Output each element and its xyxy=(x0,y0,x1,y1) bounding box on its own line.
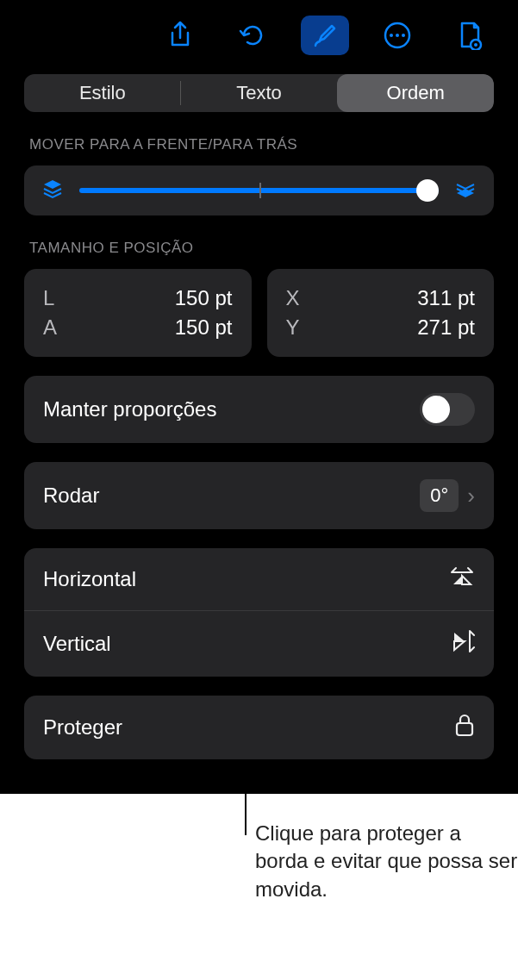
flip-card: Horizontal Vertical xyxy=(24,548,494,677)
chevron-right-icon: › xyxy=(467,483,475,509)
svg-point-1 xyxy=(390,34,393,37)
y-label: Y xyxy=(286,315,300,340)
format-tabs: Estilo Texto Ordem xyxy=(24,74,494,112)
lock-row[interactable]: Proteger xyxy=(24,696,494,759)
more-button[interactable] xyxy=(373,16,421,55)
x-label: X xyxy=(286,286,300,310)
size-position-grid: L150 pt A150 pt X311 pt Y271 pt xyxy=(24,269,494,357)
flip-vertical-label: Vertical xyxy=(43,632,111,656)
format-brush-button[interactable] xyxy=(301,16,349,55)
svg-point-5 xyxy=(474,43,477,47)
flip-horizontal-label: Horizontal xyxy=(43,567,136,591)
flip-horizontal-icon xyxy=(449,565,475,593)
layer-slider[interactable] xyxy=(79,188,439,193)
position-box[interactable]: X311 pt Y271 pt xyxy=(267,269,495,357)
share-button[interactable] xyxy=(156,16,204,55)
undo-button[interactable] xyxy=(228,16,277,55)
layer-section-label: Mover para a frente/para trás xyxy=(29,136,489,153)
aspect-ratio-row: Manter proporções xyxy=(24,376,494,443)
rotate-value: 0° xyxy=(420,479,459,512)
toolbar xyxy=(0,0,518,74)
document-settings-button[interactable] xyxy=(446,16,494,55)
tab-order[interactable]: Ordem xyxy=(337,74,494,112)
svg-point-2 xyxy=(396,34,399,37)
rotate-row[interactable]: Rodar 0° › xyxy=(24,462,494,529)
flip-vertical-icon xyxy=(452,628,475,659)
flip-horizontal-row[interactable]: Horizontal xyxy=(24,548,494,610)
size-box[interactable]: L150 pt A150 pt xyxy=(24,269,252,357)
callout-text: Clique para proteger a borda e evitar qu… xyxy=(255,820,518,903)
sizepos-section-label: Tamanho e posição xyxy=(29,240,489,257)
tab-text[interactable]: Texto xyxy=(181,74,338,112)
callout: Clique para proteger a borda e evitar qu… xyxy=(0,820,518,903)
slider-midpoint-tick xyxy=(259,183,261,198)
y-value: 271 pt xyxy=(417,315,475,340)
height-value: 150 pt xyxy=(175,315,233,340)
aspect-ratio-label: Manter proporções xyxy=(43,397,216,421)
format-panel: Estilo Texto Ordem Mover para a frente/p… xyxy=(0,0,518,794)
height-label: A xyxy=(43,315,57,340)
lock-label: Proteger xyxy=(43,715,122,740)
send-to-back-icon[interactable] xyxy=(41,178,64,203)
svg-rect-6 xyxy=(457,723,472,735)
layer-slider-row xyxy=(24,165,494,215)
width-value: 150 pt xyxy=(175,286,233,310)
callout-leader-line xyxy=(245,763,247,835)
rotate-label: Rodar xyxy=(43,484,99,508)
bring-to-front-icon[interactable] xyxy=(454,178,477,203)
aspect-ratio-toggle[interactable] xyxy=(420,393,475,426)
svg-point-3 xyxy=(402,34,405,37)
flip-vertical-row[interactable]: Vertical xyxy=(24,611,494,677)
x-value: 311 pt xyxy=(417,286,475,310)
tab-style[interactable]: Estilo xyxy=(24,74,181,112)
lock-icon xyxy=(454,713,475,742)
width-label: L xyxy=(43,286,54,310)
